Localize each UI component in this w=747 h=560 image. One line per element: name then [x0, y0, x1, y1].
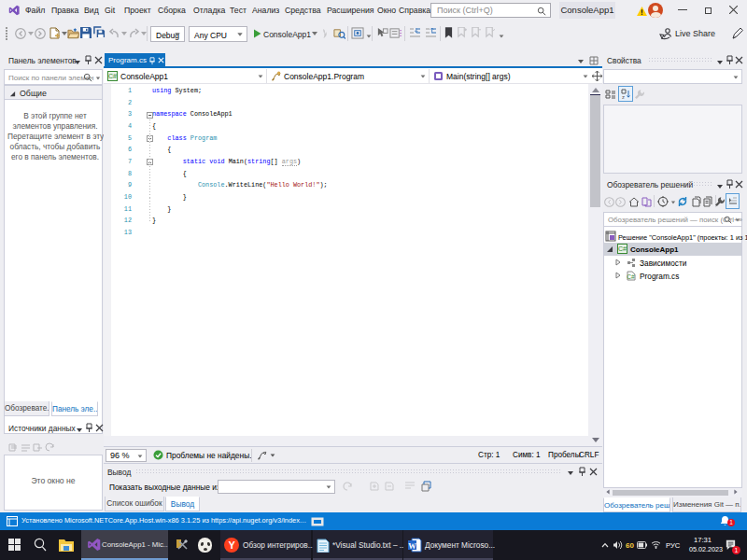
svg-text:C#: C# [627, 273, 635, 280]
svg-text:z: z [622, 94, 625, 100]
svg-text:W: W [408, 541, 416, 551]
svg-text:C#: C# [108, 73, 117, 79]
svg-text:C#: C# [618, 245, 627, 252]
